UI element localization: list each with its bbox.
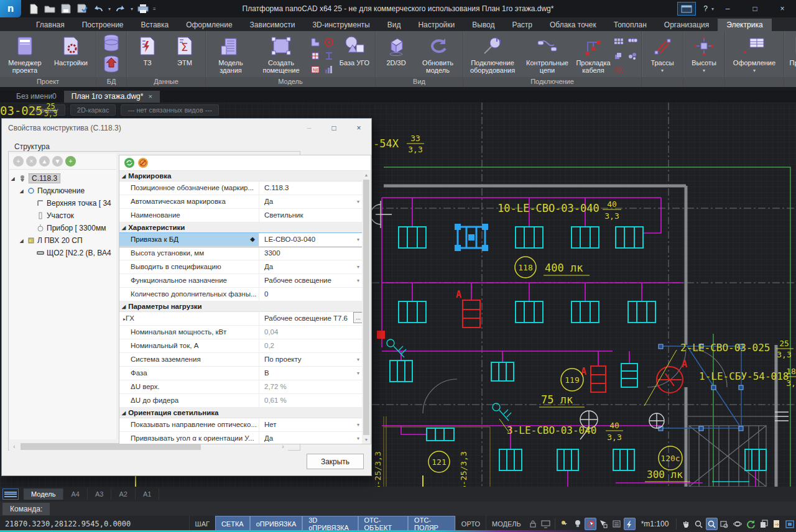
checks-button[interactable]: Проверки▾ — [787, 33, 796, 76]
undo-dropdown-icon[interactable]: ▾ — [108, 6, 111, 12]
layout-list-icon[interactable] — [2, 488, 19, 500]
property-row[interactable]: Функциональное назначениеРабочее освещен… — [119, 274, 362, 288]
property-row[interactable]: ΔU до фидера0,61 % — [119, 394, 362, 408]
tree-add-icon[interactable]: + — [13, 156, 24, 167]
decor-button[interactable]: Оформление▾ — [728, 33, 781, 76]
property-row[interactable]: Автоматическая маркировкаДа▾ — [119, 195, 362, 209]
tab-vid[interactable]: Вид — [379, 19, 410, 31]
property-row[interactable]: НаименованиеСветильник — [119, 209, 362, 222]
building-model-button[interactable]: Модель здания — [208, 33, 253, 76]
zoom-icon[interactable] — [693, 518, 705, 530]
bulb-icon[interactable] — [572, 518, 583, 530]
tab-topoplan[interactable]: Топоплан — [605, 19, 655, 31]
layout-tab-model[interactable]: Модель — [24, 488, 63, 500]
annotation-scale[interactable]: *m1:100 — [641, 520, 669, 528]
linked-views-button[interactable]: --- нет связанных видов --- — [121, 104, 218, 116]
connect-equipment-button[interactable]: Подключение оборудования — [466, 33, 519, 76]
etm-button[interactable]: Σ ЭТМ — [167, 33, 203, 76]
corner-element-icon[interactable] — [309, 36, 322, 48]
ugo-base-button[interactable]: База УГО — [336, 33, 373, 76]
layout-tab-a4[interactable]: A4 — [63, 488, 87, 500]
viewport-lock-icon[interactable] — [527, 518, 539, 530]
property-row[interactable]: Номинальная мощность, кВт0,04 — [119, 326, 362, 339]
dialog-title-bar[interactable]: Свойства конструктива (С.118.3) – □ × — [2, 119, 371, 137]
create-room-button[interactable]: Создать помещение — [254, 33, 308, 76]
property-row[interactable]: Количество дополнительных фазны...0 — [119, 288, 362, 301]
project-manager-button[interactable]: Менеджер проекта — [2, 33, 47, 76]
project-settings-button[interactable]: Настройки — [49, 33, 93, 76]
group-lamps-icon[interactable] — [626, 36, 639, 48]
db-import-export-button[interactable] — [99, 54, 124, 74]
luminaire[interactable] — [390, 360, 412, 382]
selection-cycling-icon[interactable] — [585, 518, 596, 530]
luminaire[interactable] — [427, 428, 454, 441]
axis-marker-icon[interactable] — [309, 50, 322, 62]
luminaire[interactable] — [516, 227, 543, 248]
category-row[interactable]: ◢Ориентация светильника — [119, 408, 362, 418]
tab-organizaciya[interactable]: Организация — [655, 19, 718, 31]
property-row[interactable]: Показывать направление оптическо...Нет▾ — [119, 418, 362, 432]
dialog-close-icon[interactable]: × — [346, 119, 371, 137]
selected-polyline[interactable] — [659, 344, 743, 431]
control-circuits-button[interactable]: Контрольные цепи — [521, 33, 574, 76]
pan-icon[interactable] — [680, 518, 692, 530]
grid-vertical-scrollbar[interactable]: ▲▼ — [362, 171, 371, 444]
tree-node-connection[interactable]: ◢ Подключение — [9, 185, 116, 197]
luminaire[interactable] — [628, 301, 655, 323]
toolbar-overflow-icon[interactable]: ≡ — [153, 6, 156, 12]
luminaire[interactable] — [745, 449, 766, 470]
tree-delete-icon[interactable]: × — [26, 156, 37, 167]
tree-node-segment[interactable]: Участок — [9, 209, 116, 222]
fullscreen-icon[interactable] — [784, 518, 795, 530]
luminaire[interactable] — [399, 227, 426, 248]
dialog-close-button[interactable]: Закрыть — [307, 454, 364, 469]
layout-tab-a3[interactable]: A3 — [88, 488, 111, 500]
tree-node-device[interactable]: Прибор [ 3300мм — [9, 222, 116, 234]
pickbox-cursor-icon[interactable] — [598, 518, 609, 530]
tab-oformlenie[interactable]: Оформление — [177, 19, 241, 31]
minimize-button[interactable]: – — [714, 0, 741, 17]
luminaire[interactable] — [572, 301, 599, 323]
no-orientation-icon[interactable] — [138, 158, 148, 168]
luminaire[interactable] — [616, 227, 643, 248]
red-circle-symbol[interactable] — [657, 367, 683, 393]
ne-element-icon[interactable]: NE — [309, 63, 322, 76]
redo-icon[interactable] — [114, 2, 127, 15]
layout-tab-a1[interactable]: A1 — [136, 488, 159, 500]
command-bar[interactable]: Команда: — [0, 502, 796, 516]
tab-glavnaya[interactable]: Главная — [27, 19, 73, 31]
luminaire[interactable] — [399, 301, 426, 323]
open-folder-icon[interactable] — [44, 2, 56, 15]
undo-icon[interactable] — [92, 2, 104, 15]
property-row[interactable]: Высота установки, мм3300 — [119, 247, 362, 260]
scroll-thumb[interactable] — [363, 180, 369, 435]
layered-boxes-icon[interactable] — [613, 50, 625, 62]
red-luminaire[interactable] — [591, 366, 606, 392]
ring-element-icon[interactable] — [323, 36, 335, 48]
zoom-object-icon[interactable] — [719, 518, 731, 530]
tree-node-top-point[interactable]: Верхняя точка [ 34 — [9, 197, 116, 209]
close-button[interactable]: × — [769, 0, 796, 17]
tab-oblaka[interactable]: Облака точек — [541, 19, 605, 31]
db-base-button[interactable] — [99, 33, 124, 53]
properties-palette-icon[interactable] — [611, 518, 622, 530]
tab-3d[interactable]: 3D-инструменты — [303, 19, 378, 31]
light-cursor-icon[interactable] — [558, 518, 570, 530]
dynamic-input-icon[interactable] — [624, 518, 636, 530]
selected-luminaire[interactable] — [455, 224, 488, 251]
save-icon[interactable] — [60, 2, 72, 15]
luminaire[interactable] — [557, 449, 578, 470]
tree-node-conduit[interactable]: ◢ Л ПВХ 20 СП — [9, 234, 116, 247]
red-luminaire[interactable] — [463, 300, 480, 328]
tab-elektrika[interactable]: Электрика — [718, 19, 771, 31]
command-prompt[interactable]: Команда: — [2, 503, 50, 515]
doc-tab-plan[interactable]: План 1го этажа.dwg* × — [64, 91, 160, 103]
tab-vyvod[interactable]: Вывод — [463, 19, 503, 31]
beam-element-icon[interactable] — [323, 50, 335, 62]
property-row[interactable]: ΔU верх.2,72 % — [119, 380, 362, 394]
redo-dropdown-icon[interactable]: ▾ — [131, 6, 133, 12]
visual-style-button[interactable]: 2D-каркас — [70, 104, 116, 116]
property-row[interactable]: Позиционное обозначение (маркир...С.118.… — [119, 181, 362, 195]
luminaire[interactable] — [572, 227, 599, 248]
print-icon[interactable] — [137, 2, 149, 15]
